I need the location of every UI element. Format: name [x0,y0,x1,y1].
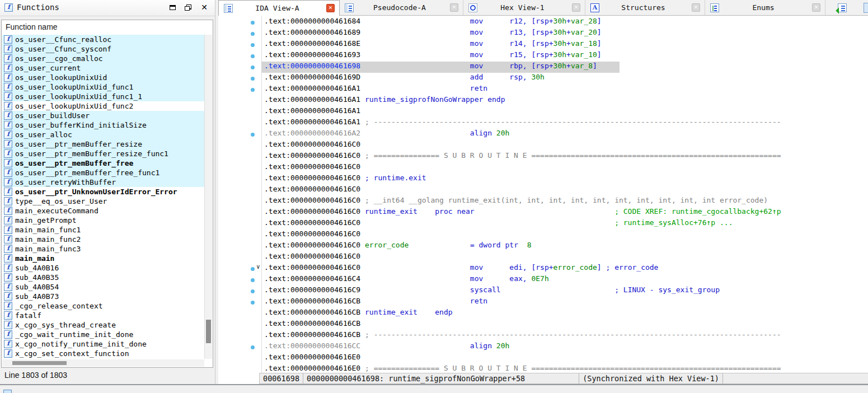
disasm-line[interactable]: .text:00000000004616C0 [249,252,781,263]
disasm-segment: 20h [496,129,509,137]
disasm-line[interactable]: .text:000000000046169D add rsp, 30h [249,73,781,84]
disasm-line[interactable]: .text:00000000004616C0 ; __int64 __golan… [249,196,781,207]
disasm-segment [360,196,365,204]
disasm-line[interactable]: .text:00000000004616CB runtime_exit endp [249,308,781,319]
disasm-line[interactable]: .text:00000000004616A1 [249,106,781,118]
close-icon[interactable]: ✕ [200,4,208,11]
tab-close-icon[interactable]: ✕ [450,3,458,12]
function-row[interactable]: fmain_getPrompt [2,216,204,225]
collapse-arrow-icon[interactable]: ∨ [256,263,260,270]
function-row[interactable]: fos_user__ptr_memBuffer_resize [2,139,204,149]
function-icon: f [4,330,12,339]
disasm-line[interactable]: .text:00000000004616CB ; ---------------… [249,330,781,341]
disasm-segment [518,241,527,249]
function-row[interactable]: fos_user__ptr_memBuffer_free [2,158,204,168]
tab-hex-view-1[interactable]: Hex View-1✕ [463,0,585,15]
function-row[interactable]: fos_user__cgo_cmalloc [2,54,204,63]
disasm-line[interactable]: .text:00000000004616CB retn [249,297,781,308]
tab-close-icon[interactable]: ✕ [572,3,580,12]
functions-vertical-scrollbar[interactable] [204,35,212,359]
tab-close-icon[interactable]: ✕ [692,3,700,12]
disasm-line[interactable]: .text:00000000004616C4 mov eax, 0E7h [249,274,781,286]
function-name: main_main [15,254,54,263]
function-row[interactable]: f_cgo_wait_runtime_init_done [2,330,204,339]
float-window-icon[interactable] [185,4,191,11]
function-row[interactable]: fsub_4A0B73 [2,292,204,301]
horizontal-scrollbar-thumb[interactable] [12,361,67,365]
function-row[interactable]: fos_user__ptr_memBuffer_free_func1 [2,168,204,177]
ida-view-disassembly[interactable]: .text:0000000000461684 mov r12, [rsp+30h… [218,16,868,373]
function-row[interactable]: fmain_main_func3 [2,244,204,254]
tab-close-icon[interactable]: ✕ [812,3,820,12]
function-name-column-header[interactable]: Function name [2,20,213,34]
disasm-line[interactable]: .text:000000000046168E mov r14, [rsp+30h… [249,39,781,50]
function-row[interactable]: fos_user__ptr_UnknownUserIdError_Error [2,187,204,196]
function-row[interactable]: fos_user__ptr_memBuffer_resize_func1 [2,149,204,158]
disasm-line[interactable]: .text:0000000000461698 mov rbp, [rsp+30h… [249,62,781,73]
function-row[interactable]: fos_user_bufferKind_initialSize [2,120,204,130]
disasm-line[interactable]: ∨.text:00000000004616C0 mov edi, [rsp+er… [249,263,781,274]
function-row[interactable]: fos_user_current [2,63,204,73]
function-row[interactable]: ftype__eq_os_user_User [2,196,204,206]
function-row[interactable]: fmain_main [2,254,204,263]
function-icon: f [4,197,12,205]
disasm-line[interactable]: .text:00000000004616CB [249,319,781,330]
disasm-line[interactable]: .text:00000000004616A1 runtime_sigprofNo… [249,95,781,106]
function-row[interactable]: fos_user_lookupUnixUid_func1 [2,82,204,92]
function-icon: f [4,245,12,253]
function-row[interactable]: fmain_main_func2 [2,235,204,244]
tab-enums[interactable]: Enums✕ [705,0,825,15]
function-row[interactable]: fsub_4A0B54 [2,282,204,292]
tab-pseudocode-a[interactable]: Pseudocode-A✕ [340,0,463,15]
disasm-line[interactable]: .text:00000000004616C0 [249,230,781,241]
function-row[interactable]: fsub_4A0B16 [2,263,204,273]
disasm-segment: .text:00000000004616C0 [264,241,360,249]
function-row[interactable]: fos_user__Cfunc_realloc [2,35,204,44]
functions-title-bar[interactable]: f Functions ✕ [0,0,215,16]
disasm-line[interactable]: .text:00000000004616C0 [249,162,781,174]
functions-horizontal-scrollbar[interactable] [2,359,204,367]
function-row[interactable]: fos_user_lookupUnixUid_func1_1 [2,92,204,101]
disasm-line[interactable]: .text:00000000004616C0 runtime_exit proc… [249,207,781,218]
function-row[interactable]: fmain_main_func1 [2,225,204,235]
function-row[interactable]: fos_user_buildUser [2,111,204,120]
disasm-line[interactable]: .text:00000000004616C0 [249,140,781,151]
maximize-icon[interactable] [170,5,176,10]
function-row[interactable]: fx_cgo_notify_runtime_init_done [2,339,204,349]
function-row[interactable]: fx_cgo_sys_thread_create [2,320,204,330]
function-row[interactable]: fos_user_retryWithBuffer [2,177,204,187]
disasm-line[interactable]: .text:00000000004616C9 syscall ; LINUX -… [249,286,781,297]
disasm-line[interactable]: .text:0000000000461684 mov r12, [rsp+30h… [249,17,781,28]
disasm-segment: 20h [496,341,509,350]
function-row[interactable]: fos_user_alloc [2,130,204,139]
tab-ida-view-a[interactable]: IDA View-A✕ [218,0,340,16]
function-row[interactable]: fos_user_lookupUnixUid_func2 [2,101,204,111]
function-row[interactable]: fsub_4A0B35 [2,273,204,282]
disasm-line[interactable]: .text:00000000004616C0 ; runtime.exit [249,174,781,185]
disasm-line[interactable]: .text:00000000004616C0 ; ===============… [249,151,781,162]
disasm-line[interactable]: .text:00000000004616A1 retn [249,84,781,95]
function-row[interactable]: ffatalf [2,311,204,320]
disasm-line[interactable]: .text:00000000004616A2 align 20h [249,129,781,140]
function-row[interactable]: fmain_executeCommand [2,206,204,216]
disasm-line[interactable]: .text:00000000004616A1 ; ---------------… [249,118,781,129]
disasm-line[interactable]: .text:00000000004616C0 error_code = dwor… [249,241,781,252]
function-row[interactable]: fos_user_lookupUnixUid [2,73,204,82]
function-row[interactable]: fos_user__Cfunc_sysconf [2,44,204,54]
tab-label: Enums [719,3,808,12]
function-row[interactable]: fx_cgo_set_context_function [2,349,204,358]
disasm-line[interactable]: .text:00000000004616C0 ; runtime_sysAllo… [249,218,781,230]
disasm-segment: .text:00000000004616A2 [264,129,360,137]
disasm-line[interactable]: .text:00000000004616E0 ; ===============… [249,364,781,373]
tab-close-icon[interactable]: ✕ [326,4,335,12]
disasm-line[interactable]: .text:00000000004616C0 [249,185,781,196]
disasm-line[interactable]: .text:00000000004616E0 [249,353,781,364]
disasm-line[interactable]: .text:0000000000461689 mov r13, [rsp+30h… [249,28,781,39]
exports-icon[interactable] [838,3,847,12]
disasm-line[interactable]: .text:0000000000461693 mov r15, [rsp+30h… [249,50,781,62]
vertical-scrollbar-thumb[interactable] [206,320,211,343]
function-row[interactable]: f_cgo_release_context [2,301,204,311]
disasm-line[interactable]: .text:00000000004616CC align 20h [249,341,781,353]
tab-structures[interactable]: AStructures✕ [585,0,705,15]
disasm-segment: ; error_code [606,263,659,272]
